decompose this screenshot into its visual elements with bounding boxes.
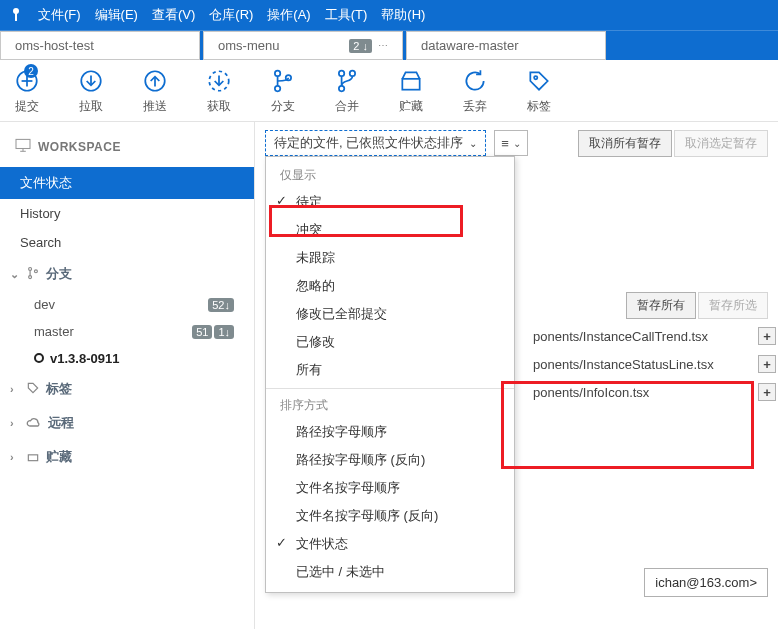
stage-file-button[interactable]: + [758, 355, 776, 373]
svg-rect-19 [16, 139, 30, 148]
merge-icon [334, 68, 360, 94]
dd-item-sort-status[interactable]: 文件状态 [266, 530, 514, 558]
tool-tag[interactable]: 标签 [526, 68, 552, 115]
filter-dropdown[interactable]: 待定的文件, 已依照文件状态排序 ⌄ [265, 130, 486, 156]
sidebar-file-status[interactable]: 文件状态 [0, 167, 254, 199]
tool-stash[interactable]: 贮藏 [398, 68, 424, 115]
content-area: 待定的文件, 已依照文件状态排序 ⌄ ≡ ⌄ 仅显示 待定 冲突 未跟踪 忽略的… [255, 122, 778, 629]
workspace-header: WORKSPACE [12, 134, 242, 163]
tool-discard[interactable]: 丢弃 [462, 68, 488, 115]
svg-point-15 [339, 86, 344, 91]
tool-label: 标签 [527, 98, 551, 115]
author-email-box: ichan@163.com> [644, 568, 768, 597]
menu-edit[interactable]: 编辑(E) [95, 6, 138, 24]
cloud-icon [26, 416, 42, 431]
chevron-right-icon: › [10, 451, 20, 463]
tab-repo-2[interactable]: dataware-master [406, 31, 606, 60]
tool-pull[interactable]: 拉取 [78, 68, 104, 115]
branches-section[interactable]: ⌄ 分支 [0, 257, 254, 291]
sidebar-history[interactable]: History [0, 199, 254, 228]
dd-item-all-committed[interactable]: 修改已全部提交 [266, 300, 514, 328]
repo-tabs: oms-host-test oms-menu 2 ↓ ⋯ dataware-ma… [0, 30, 778, 60]
branch-master[interactable]: master 511↓ [0, 318, 254, 345]
menu-action[interactable]: 操作(A) [267, 6, 310, 24]
chevron-down-icon: ⌄ [469, 138, 477, 149]
dd-item-sort-path-rev[interactable]: 路径按字母顺序 (反向) [266, 446, 514, 474]
branch-dev[interactable]: dev 52↓ [0, 291, 254, 318]
svg-point-18 [534, 76, 537, 79]
svg-rect-1 [15, 13, 17, 21]
tab-repo-1[interactable]: oms-menu 2 ↓ ⋯ [203, 31, 403, 60]
app-logo-icon [8, 7, 24, 23]
svg-rect-25 [28, 454, 37, 460]
stash-icon [398, 68, 424, 94]
tag-icon [526, 68, 552, 94]
menu-help[interactable]: 帮助(H) [381, 6, 425, 24]
svg-point-11 [275, 71, 280, 76]
file-row[interactable]: ponents/InfoIcon.tsx + [527, 378, 778, 406]
file-row[interactable]: ponents/InstanceCallTrend.tsx + [527, 322, 778, 350]
file-row[interactable]: ponents/InstanceStatusLine.tsx + [527, 350, 778, 378]
dd-item-pending[interactable]: 待定 [266, 188, 514, 216]
menu-tools[interactable]: 工具(T) [325, 6, 368, 24]
tool-fetch[interactable]: 获取 [206, 68, 232, 115]
tags-section[interactable]: › 标签 [0, 372, 254, 406]
unstage-selected-button: 取消选定暂存 [674, 130, 768, 157]
remote-section[interactable]: › 远程 [0, 406, 254, 440]
stage-selected-button: 暂存所选 [698, 292, 768, 319]
svg-point-16 [350, 71, 355, 76]
menu-view[interactable]: 查看(V) [152, 6, 195, 24]
chevron-right-icon: › [10, 417, 20, 429]
tab-repo-0[interactable]: oms-host-test [0, 31, 200, 60]
stage-file-button[interactable]: + [758, 383, 776, 401]
dd-item-ignored[interactable]: 忽略的 [266, 272, 514, 300]
tab-badge: 2 ↓ [349, 39, 372, 53]
stash-section[interactable]: › 贮藏 [0, 440, 254, 474]
stage-file-button[interactable]: + [758, 327, 776, 345]
chevron-down-icon: ⌄ [10, 268, 20, 281]
tool-push[interactable]: 推送 [142, 68, 168, 115]
commit-badge: 2 [24, 64, 38, 78]
monitor-icon [14, 138, 32, 155]
svg-rect-17 [402, 79, 419, 90]
tool-label: 合并 [335, 98, 359, 115]
chevron-down-icon: ⋯ [378, 40, 388, 51]
menu-repo[interactable]: 仓库(R) [209, 6, 253, 24]
dd-item-modified[interactable]: 已修改 [266, 328, 514, 356]
dd-item-sort-selected[interactable]: 已选中 / 未选中 [266, 558, 514, 586]
sidebar: WORKSPACE 文件状态 History Search ⌄ 分支 dev 5… [0, 122, 255, 629]
tool-commit[interactable]: 2 提交 [14, 68, 40, 115]
down-circle-icon [78, 68, 104, 94]
sidebar-search[interactable]: Search [0, 228, 254, 257]
dd-item-sort-filename-rev[interactable]: 文件名按字母顺序 (反向) [266, 502, 514, 530]
svg-point-12 [275, 86, 280, 91]
dd-group1-title: 仅显示 [266, 163, 514, 188]
tab-label: dataware-master [421, 38, 591, 53]
file-list: ponents/InstanceCallTrend.tsx + ponents/… [527, 322, 778, 406]
branch-icon [270, 68, 296, 94]
tool-label: 拉取 [79, 98, 103, 115]
dd-item-conflict[interactable]: 冲突 [266, 216, 514, 244]
dd-item-all[interactable]: 所有 [266, 356, 514, 384]
menubar: 文件(F) 编辑(E) 查看(V) 仓库(R) 操作(A) 工具(T) 帮助(H… [0, 0, 778, 30]
dd-item-untracked[interactable]: 未跟踪 [266, 244, 514, 272]
svg-point-24 [34, 269, 37, 272]
toolbar: 2 提交 拉取 推送 获取 分支 合并 贮藏 丢弃 标签 [0, 60, 778, 122]
tool-label: 推送 [143, 98, 167, 115]
dd-item-sort-path[interactable]: 路径按字母顺序 [266, 418, 514, 446]
stage-all-button[interactable]: 暂存所有 [626, 292, 696, 319]
list-icon: ≡ [501, 136, 509, 151]
unstage-all-button[interactable]: 取消所有暂存 [578, 130, 672, 157]
tool-label: 提交 [15, 98, 39, 115]
dd-item-sort-filename[interactable]: 文件名按字母顺序 [266, 474, 514, 502]
dropdown-divider [266, 388, 514, 389]
view-mode-button[interactable]: ≡ ⌄ [494, 130, 528, 156]
tool-branch[interactable]: 分支 [270, 68, 296, 115]
tool-label: 获取 [207, 98, 231, 115]
chevron-down-icon: ⌄ [513, 138, 521, 149]
discard-icon [462, 68, 488, 94]
menu-file[interactable]: 文件(F) [38, 6, 81, 24]
tool-label: 分支 [271, 98, 295, 115]
tool-merge[interactable]: 合并 [334, 68, 360, 115]
branch-current[interactable]: v1.3.8-0911 [0, 345, 254, 372]
